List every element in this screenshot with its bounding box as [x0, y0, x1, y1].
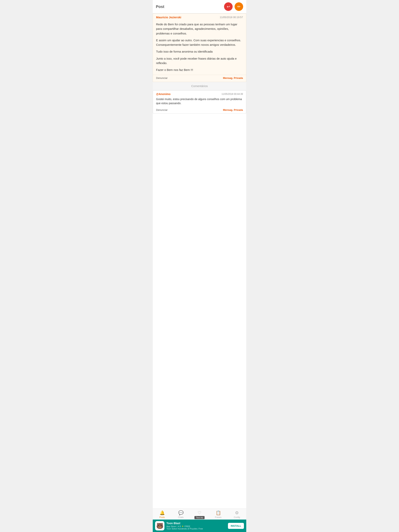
chats-icon: 💬	[178, 510, 184, 515]
nav-label-config: Config	[234, 516, 240, 518]
ad-icon-emoji: 🐻	[156, 522, 163, 529]
ad-wrapper: Test Ad 🐻 Toon Blast App Store | 4.5 ★ F…	[153, 519, 246, 532]
comment-card: @Anonimo 11/05/2018 00:44:39 Gostei muit…	[153, 90, 246, 114]
post-report-button[interactable]: Denunciar	[156, 76, 167, 79]
content-area	[153, 114, 246, 509]
frases-icon: 📋	[216, 510, 221, 515]
ad-price: FREE	[185, 525, 190, 527]
ad-meta: App Store | 4.5 ★ FREE	[166, 525, 226, 527]
ad-rating: 4.5	[178, 525, 181, 527]
comment-private-message-button[interactable]: Mensag. Privada	[223, 108, 243, 111]
star-icon: ★	[182, 525, 184, 527]
comments-section-label: Comentários	[153, 82, 246, 90]
comment-author: @Anonimo	[156, 93, 170, 96]
nav-label-posts: Posts	[159, 516, 165, 518]
ad-install-button[interactable]: INSTALL	[228, 523, 244, 529]
ajuda-icon: ♡	[198, 510, 201, 515]
post-paragraph-3: Tudo isso de forma anonima ou identifica…	[156, 49, 243, 54]
page-title: Post	[156, 5, 164, 9]
header: Post ↩ ✏	[153, 0, 246, 13]
nav-item-chats[interactable]: 💬 Chats	[174, 510, 187, 518]
post-header: Mauricio Jezierski 11/05/2018 00:19:57	[153, 14, 246, 20]
edit-icon: ✏	[237, 4, 241, 9]
edit-button[interactable]: ✏	[235, 2, 243, 11]
post-card: Mauricio Jezierski 11/05/2018 00:19:57 R…	[153, 13, 246, 82]
nav-label-chats: Chats	[178, 516, 184, 518]
ad-title: Toon Blast	[166, 522, 226, 525]
comment-header: @Anonimo 11/05/2018 00:44:39	[153, 90, 246, 96]
nav-item-config[interactable]: ⚙ Config	[231, 510, 243, 518]
nav-item-posts[interactable]: 🔔 Posts	[156, 510, 168, 518]
back-icon: ↩	[227, 4, 230, 9]
header-action-buttons: ↩ ✏	[224, 2, 243, 11]
ad-description: Toon Solve Hundreds of Puzzles: Free	[166, 527, 226, 530]
post-paragraph-4: Junto a isso, você pode receber frases d…	[156, 56, 243, 65]
ad-separator: |	[177, 525, 177, 527]
ad-test-label: Test Ad	[194, 516, 205, 519]
config-icon: ⚙	[235, 510, 239, 515]
comment-footer: Denunciar Mensag. Privada	[153, 107, 246, 113]
back-button[interactable]: ↩	[224, 2, 233, 11]
comment-date: 11/05/2018 00:44:39	[221, 93, 243, 95]
post-author: Mauricio Jezierski	[156, 16, 181, 19]
post-paragraph-2: E assim um ajudar ao outro. Com suas exp…	[156, 38, 243, 47]
post-paragraph-5: Fazer o Bem nos faz Bem !!!	[156, 68, 243, 72]
ad-store: App Store	[166, 525, 176, 527]
posts-icon: 🔔	[160, 510, 165, 515]
post-footer: Denunciar Mensag. Privada	[153, 75, 246, 82]
comment-body: Gostei muito, estou precisando de alguns…	[153, 96, 246, 107]
ad-app-icon: 🐻	[155, 521, 164, 531]
ad-banner: 🐻 Toon Blast App Store | 4.5 ★ FREE Toon…	[153, 519, 246, 532]
nav-item-frases[interactable]: 📋 Frases	[212, 510, 225, 518]
post-date: 11/05/2018 00:19:57	[220, 16, 243, 19]
post-private-message-button[interactable]: Mensag. Privada	[223, 76, 243, 79]
post-paragraph-1: Rede do Bem foi criado para que as pesso…	[156, 22, 243, 36]
ad-info: Toon Blast App Store | 4.5 ★ FREE Toon S…	[166, 522, 226, 530]
post-body: Rede do Bem foi criado para que as pesso…	[153, 20, 246, 75]
nav-label-frases: Frases	[215, 516, 221, 518]
comment-report-button[interactable]: Denunciar	[156, 108, 167, 111]
